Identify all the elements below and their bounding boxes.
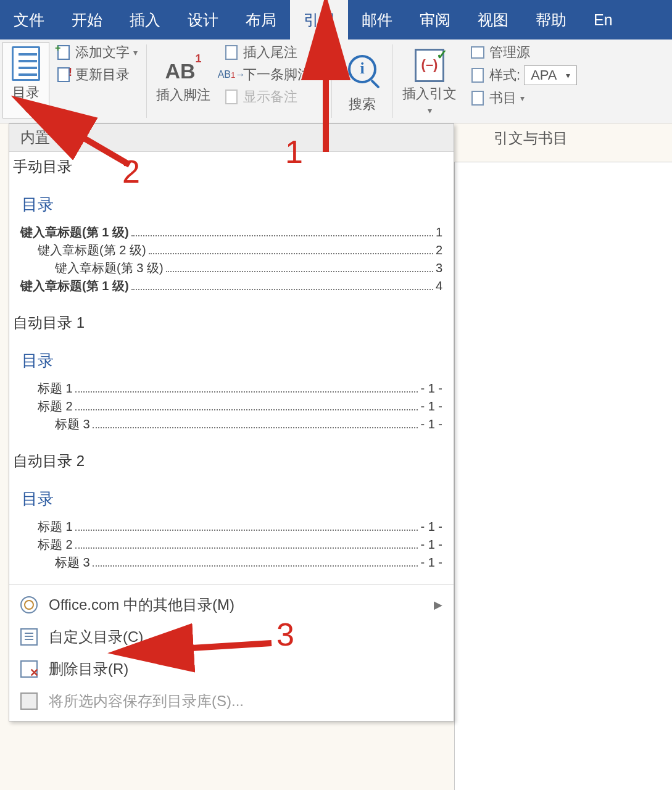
- svg-line-5: [151, 643, 272, 651]
- toc-line-page: 2: [436, 243, 442, 257]
- toc-line-label: 标题 3: [55, 554, 90, 571]
- endnote-icon: [223, 44, 239, 60]
- toc-label: 目录: [12, 83, 39, 102]
- toc-preview-line: 标题 3- 1 -: [20, 416, 442, 433]
- dropdown-caret-icon: ▾: [520, 93, 525, 103]
- dropdown-caret-icon: ▾: [24, 104, 28, 114]
- manage-sources-icon: [470, 44, 486, 60]
- leader-dots: [131, 289, 433, 290]
- annotation-number-3: 3: [276, 616, 294, 653]
- footnote-icon: AB1: [165, 59, 201, 83]
- toc-icon: [12, 46, 40, 81]
- update-toc-button[interactable]: ! 更新目录: [56, 65, 138, 84]
- custom-toc-label: 自定义目录(C)...: [49, 627, 156, 647]
- toc-line-page: 4: [436, 279, 442, 293]
- update-toc-icon: !: [56, 67, 72, 83]
- tab-design[interactable]: 设计: [174, 0, 232, 40]
- next-footnote-button[interactable]: AB1→ 下一条脚注 ▾: [223, 65, 323, 84]
- next-footnote-label: 下一条脚注: [243, 65, 311, 84]
- show-notes-button: 显示备注: [223, 88, 323, 106]
- toc-line-page: - 1 -: [420, 555, 442, 570]
- show-notes-icon: [223, 89, 239, 105]
- tab-insert[interactable]: 插入: [116, 0, 174, 40]
- insert-citation-label: 插入引文: [402, 85, 457, 103]
- more-from-office-button[interactable]: Office.com 中的其他目录(M) ▶: [9, 589, 454, 621]
- save-to-gallery-button: 将所选内容保存到目录库(S)...: [9, 685, 454, 717]
- gallery-item-auto1[interactable]: 目录 标题 1- 1 -标题 2- 1 -标题 3- 1 -: [9, 334, 454, 446]
- leader-dots: [75, 530, 418, 531]
- svg-line-3: [48, 117, 130, 165]
- annotation-arrow-3: [142, 632, 278, 663]
- insert-endnote-button[interactable]: 插入尾注: [223, 43, 323, 62]
- tab-file[interactable]: 文件: [0, 0, 58, 40]
- citation-style-select[interactable]: APA ▾: [524, 65, 576, 85]
- toc-line-label: 标题 1: [38, 380, 73, 397]
- tab-view[interactable]: 视图: [464, 0, 522, 40]
- update-toc-label: 更新目录: [75, 65, 130, 84]
- toc-preview-line: 标题 1- 1 -: [20, 518, 442, 535]
- search-label: 搜索: [349, 95, 376, 114]
- add-text-button[interactable]: + 添加文字 ▾: [56, 43, 138, 62]
- citation-icon: (–)✓: [415, 49, 444, 82]
- separator: [146, 44, 147, 118]
- toc-line-label: 标题 2: [38, 536, 73, 553]
- bibliography-label: 书目: [489, 89, 516, 107]
- document-page: [454, 162, 672, 790]
- toc-line-label: 标题 3: [55, 416, 90, 433]
- manage-sources-button[interactable]: 管理源: [470, 43, 577, 62]
- tab-layout[interactable]: 布局: [232, 0, 290, 40]
- manage-sources-label: 管理源: [489, 43, 530, 62]
- toc-preview-line: 标题 2- 1 -: [20, 536, 442, 553]
- leader-dots: [75, 409, 418, 410]
- toc-line-page: - 1 -: [420, 538, 442, 552]
- toc-line-page: - 1 -: [420, 520, 442, 534]
- toc-line-page: - 1 -: [420, 381, 442, 396]
- toc-preview-line: 标题 2- 1 -: [20, 398, 442, 415]
- dropdown-caret-icon: ▾: [133, 48, 138, 57]
- gallery-item-auto1-label: 自动目录 1: [9, 308, 454, 334]
- annotation-arrow-1: [309, 28, 346, 158]
- insert-endnote-label: 插入尾注: [243, 43, 297, 62]
- tab-mailings[interactable]: 邮件: [348, 0, 406, 40]
- bibliography-button[interactable]: 书目 ▾: [470, 89, 577, 107]
- page-icon: [20, 628, 38, 646]
- toc-line-page: - 1 -: [420, 399, 442, 414]
- toc-line-label: 标题 2: [38, 398, 73, 415]
- leader-dots: [149, 253, 433, 254]
- leader-dots: [75, 547, 418, 549]
- style-icon: [470, 67, 486, 83]
- insert-footnote-button[interactable]: AB1 插入脚注: [149, 40, 217, 123]
- remove-toc-icon: ✕: [20, 660, 38, 678]
- leader-dots: [166, 271, 433, 272]
- toc-preview-line: 键入章标题(第 1 级)4: [20, 278, 442, 294]
- save-to-gallery-label: 将所选内容保存到目录库(S)...: [49, 691, 244, 711]
- gallery-item-manual[interactable]: 目录 键入章标题(第 1 级)1键入章标题(第 2 级)2键入章标题(第 3 级…: [9, 178, 454, 308]
- tab-home[interactable]: 开始: [58, 0, 116, 40]
- toc-line-page: 1: [436, 225, 442, 239]
- toc-line-label: 键入章标题(第 3 级): [55, 260, 164, 276]
- separator: [392, 44, 393, 118]
- insert-footnote-label: 插入脚注: [156, 86, 210, 104]
- insert-citation-button[interactable]: (–)✓ 插入引文 ▾: [396, 40, 463, 123]
- add-text-label: 添加文字: [75, 43, 130, 62]
- leader-dots: [75, 391, 418, 393]
- show-notes-label: 显示备注: [243, 88, 297, 106]
- tab-help[interactable]: 帮助: [522, 0, 580, 40]
- group-citations: 管理源 样式: APA ▾ 书目 ▾: [463, 40, 583, 123]
- leader-dots: [93, 427, 418, 428]
- toc-line-label: 键入章标题(第 1 级): [20, 224, 129, 241]
- preview-title: 目录: [22, 350, 442, 372]
- tab-truncated[interactable]: En: [580, 0, 626, 40]
- dropdown-caret-icon: ▾: [566, 70, 570, 80]
- toc-line-page: - 1 -: [420, 417, 442, 431]
- style-label: 样式:: [489, 66, 520, 85]
- annotation-number-1: 1: [285, 133, 303, 170]
- gallery-item-auto2[interactable]: 目录 标题 1- 1 -标题 2- 1 -标题 3- 1 -: [9, 472, 454, 584]
- toc-preview-line: 键入章标题(第 3 级)3: [20, 260, 442, 276]
- add-text-icon: +: [56, 44, 72, 60]
- tab-review[interactable]: 审阅: [406, 0, 464, 40]
- toc-preview-line: 键入章标题(第 1 级)1: [20, 224, 442, 241]
- preview-title: 目录: [22, 488, 442, 510]
- group-caption-citations: 引文与书目: [494, 128, 568, 148]
- annotation-number-2: 2: [122, 153, 140, 190]
